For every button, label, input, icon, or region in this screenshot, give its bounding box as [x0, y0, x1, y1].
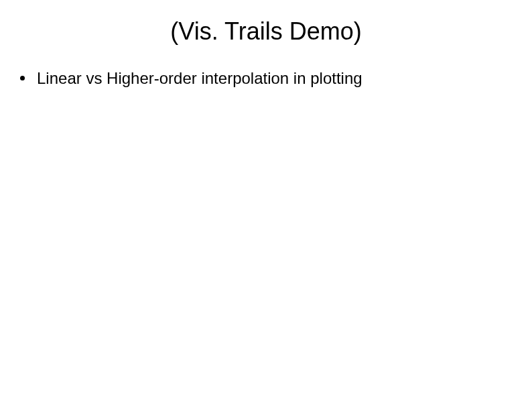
bullet-text: Linear vs Higher-order interpolation in … — [37, 67, 362, 90]
bullet-list: Linear vs Higher-order interpolation in … — [20, 67, 362, 90]
list-item: Linear vs Higher-order interpolation in … — [20, 67, 362, 90]
bullet-icon — [20, 76, 25, 80]
slide-title: (Vis. Trails Demo) — [0, 17, 532, 46]
